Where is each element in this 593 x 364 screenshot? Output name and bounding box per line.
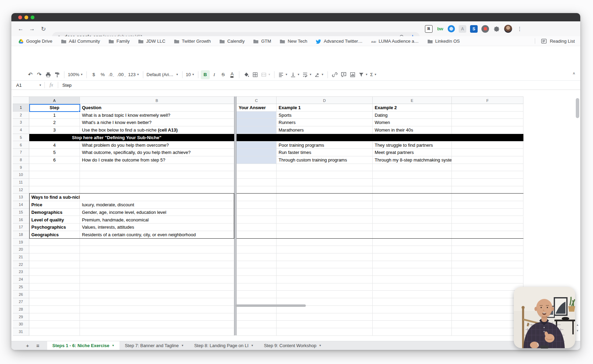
cell-B20[interactable] [80, 246, 234, 253]
webcam-overlay[interactable] [514, 287, 575, 348]
bookmark-item[interactable]: Twitter Growth [174, 38, 211, 43]
row-header-28[interactable]: 28 [13, 306, 29, 313]
sheet-tab[interactable]: Step 8: Landing Page on LI▼ [189, 341, 259, 350]
cell-A1[interactable]: Step [29, 104, 80, 112]
paint-format-button[interactable] [53, 70, 62, 79]
ext-record[interactable] [481, 25, 489, 33]
cell-F12[interactable] [452, 186, 523, 194]
reading-list-button[interactable]: Reading List [535, 36, 575, 46]
cell-E29[interactable] [373, 313, 452, 321]
add-sheet-button[interactable]: + [22, 341, 33, 350]
cell-B16[interactable]: Premium, handmade, economical [80, 216, 234, 224]
row-header-31[interactable]: 31 [13, 328, 29, 336]
cell-A23[interactable] [29, 268, 80, 276]
cell-A27[interactable] [29, 298, 80, 306]
cell-C22[interactable] [237, 261, 277, 269]
italic-button[interactable]: I [210, 70, 219, 79]
cell-E8[interactable]: Through my 8-step matchmaking system [373, 156, 452, 164]
cell-C6[interactable] [237, 142, 277, 149]
cell-C20[interactable] [237, 246, 277, 253]
cell-A14[interactable]: Price [29, 201, 80, 209]
format-currency-button[interactable]: $ [89, 70, 98, 79]
cell-C13[interactable] [237, 194, 277, 201]
row-header-14[interactable]: 14 [13, 201, 29, 209]
cell-A10[interactable] [29, 171, 80, 179]
row-header-29[interactable]: 29 [13, 313, 29, 321]
cell-D16[interactable] [277, 216, 373, 224]
cell-F23[interactable] [452, 268, 523, 276]
cell-B4[interactable]: Use the box below to find a sub-niche (c… [80, 126, 234, 134]
bookmark-item[interactable]: A&I Community [61, 38, 100, 43]
text-color-button[interactable]: A [228, 70, 237, 79]
bookmark-item[interactable]: JDW LLC [138, 38, 165, 43]
cell-C8[interactable] [237, 156, 277, 164]
cell-B21[interactable] [80, 253, 234, 261]
cell-C29[interactable] [237, 313, 277, 321]
cell-E21[interactable] [373, 253, 452, 261]
extensions-puzzle[interactable] [493, 25, 500, 33]
bookmark-item[interactable]: New Tech [280, 38, 307, 43]
cell-C31[interactable] [237, 328, 277, 336]
cell-E26[interactable] [373, 291, 452, 299]
row-header-13[interactable]: 13 [13, 194, 29, 201]
row-header-9[interactable]: 9 [13, 164, 29, 171]
row-header-20[interactable]: 20 [13, 246, 29, 253]
cell-C19[interactable] [237, 239, 277, 246]
webcam-drag-handle[interactable] [540, 345, 549, 349]
fill-handle[interactable] [79, 110, 81, 112]
cell-D10[interactable] [277, 171, 373, 179]
frozen-pane-divider[interactable] [234, 96, 237, 335]
cell-E31[interactable] [373, 328, 452, 336]
cell-F24[interactable] [452, 276, 523, 283]
select-all-corner[interactable] [13, 96, 29, 104]
row-header-30[interactable]: 30 [13, 321, 29, 328]
cell-B14[interactable]: luxury, moderate, discount [80, 201, 234, 209]
text-rotation-button[interactable]: ▼ [313, 70, 325, 79]
cell-D30[interactable] [277, 321, 373, 328]
filter-button[interactable]: ▼ [357, 70, 369, 79]
cell-E1[interactable]: Example 2 [373, 104, 452, 112]
cell-C24[interactable] [237, 276, 277, 283]
insert-link-button[interactable] [330, 70, 339, 79]
row-header-5[interactable]: 5 [13, 134, 29, 142]
insert-comment-button[interactable] [339, 70, 348, 79]
cell-D26[interactable] [277, 291, 373, 299]
column-header-B[interactable]: B [80, 96, 234, 104]
cell-F29[interactable] [452, 313, 523, 321]
cell-C11[interactable] [237, 179, 277, 186]
cell-E20[interactable] [373, 246, 452, 253]
cell-D25[interactable] [277, 283, 373, 291]
ext-s[interactable]: S [470, 25, 478, 33]
cell-D17[interactable] [277, 223, 373, 231]
cell-A13[interactable]: Ways to find a sub-niche [29, 194, 80, 201]
column-header-A[interactable]: A [29, 96, 80, 104]
row-header-2[interactable]: 2 [13, 112, 29, 119]
cell-E3[interactable]: Women [373, 119, 452, 126]
vertical-scrollbar-thumb[interactable] [576, 98, 579, 118]
font-size-button[interactable]: 10▼ [185, 70, 196, 79]
cell-A29[interactable] [29, 313, 80, 321]
sheet-tab[interactable]: Step 7: Banner and Tagline▼ [119, 341, 189, 350]
cell-E14[interactable] [373, 201, 452, 209]
cell-F26[interactable] [452, 291, 523, 299]
row-header-11[interactable]: 11 [13, 179, 29, 186]
all-sheets-button[interactable]: ≡ [33, 341, 43, 350]
cell-F18[interactable] [452, 231, 523, 239]
cell-C14[interactable] [237, 201, 277, 209]
cell-B31[interactable] [80, 328, 234, 336]
cell-D6[interactable]: Poor training programs [277, 142, 373, 149]
cell-E4[interactable]: Women in their 40s [373, 126, 452, 134]
name-box[interactable]: A1▼ [11, 83, 44, 88]
cell-F19[interactable] [452, 239, 523, 246]
cell-D7[interactable]: Run faster times [277, 149, 373, 156]
row-header-26[interactable]: 26 [13, 291, 29, 299]
cell-B29[interactable] [80, 313, 234, 321]
cell-F17[interactable] [452, 223, 523, 231]
cell-C28[interactable] [237, 306, 277, 313]
row-header-21[interactable]: 21 [13, 253, 29, 261]
cell-A16[interactable]: Level of quality [29, 216, 80, 224]
cell-B24[interactable] [80, 276, 234, 283]
close-window-button[interactable] [18, 15, 22, 19]
cell-E13[interactable] [373, 194, 452, 201]
cell-E16[interactable] [373, 216, 452, 224]
